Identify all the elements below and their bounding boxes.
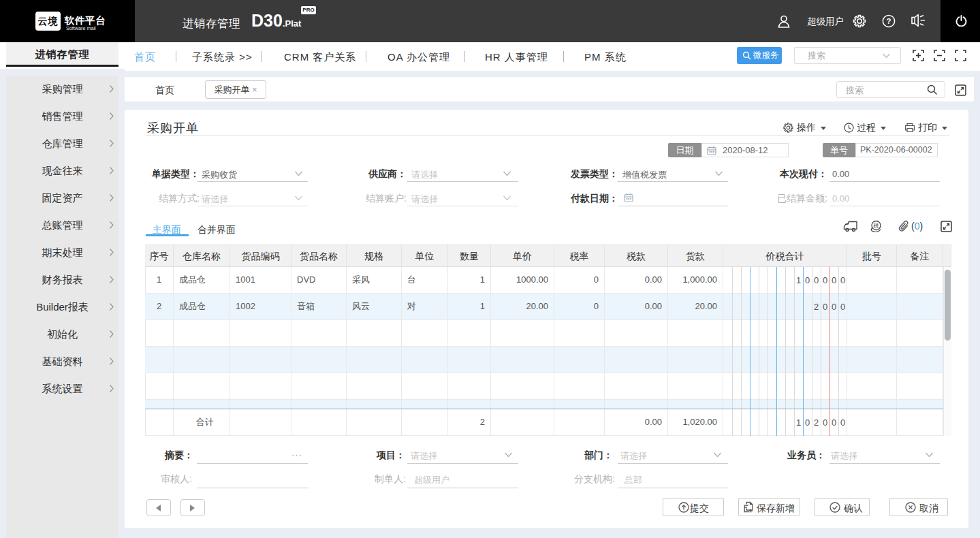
svg-text:?: ? (886, 17, 891, 25)
svg-text:税: 税 (873, 223, 879, 229)
